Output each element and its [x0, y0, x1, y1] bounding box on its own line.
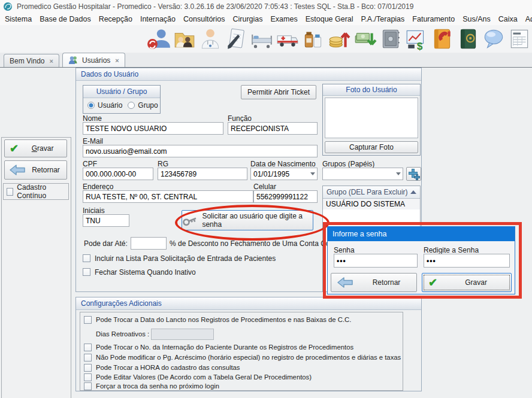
grupos-papeis-combo[interactable] [322, 168, 403, 180]
tab-bem-vindo[interactable]: Bem Vindo × [4, 54, 59, 67]
phone-book-icon[interactable] [430, 27, 454, 51]
nascimento-combo[interactable] [250, 168, 318, 180]
config-checkbox-1[interactable] [84, 344, 92, 351]
usuario-grupo-box: Usuário / Grupo Usuário Grupo [83, 85, 161, 114]
menu-consultorios[interactable]: Consultórios [180, 15, 228, 23]
menu-caixa[interactable]: Caixa [495, 15, 521, 23]
expense-down-icon[interactable] [353, 27, 377, 51]
endereco-label: Endereço [83, 183, 113, 191]
title-bar: Promedico Gestão Hospitalar - Promedico … [0, 0, 532, 13]
radio-grupo[interactable] [128, 102, 135, 109]
check-icon: ✔ [10, 143, 19, 154]
menu-exames[interactable]: Exames [268, 15, 301, 23]
desconto-prefix-label: Pode dar Até: [84, 239, 128, 248]
config-label-4: Pode Editar Valores (De Acordo com a Tab… [96, 373, 312, 381]
users-folder-icon[interactable] [173, 27, 197, 51]
desconto-suffix-label: % de Desconto no Fechamento de Uma Conta… [170, 239, 349, 248]
dias-retroativos-label: Dias Retroativos : [96, 330, 149, 338]
endereco-input[interactable] [83, 190, 253, 203]
nascimento-label: Data de Nascimento [250, 160, 316, 168]
tab-bem-vindo-close-icon[interactable]: × [49, 57, 53, 65]
config-label-2: Não Pode modificar o Pg. Acréscimo (horá… [96, 354, 401, 361]
cadastro-continuo-checkbox[interactable] [7, 188, 13, 196]
config-adicionais-group: Configurações Adicionais Pode Trocar a D… [75, 297, 422, 391]
nascimento-input[interactable] [250, 168, 318, 180]
menu-sistema[interactable]: Sistema [2, 15, 35, 23]
email-input[interactable] [83, 145, 318, 157]
menu-cirurgias[interactable]: Cirurgias [230, 15, 266, 23]
chevron-down-icon[interactable] [310, 172, 315, 175]
celular-input[interactable] [253, 190, 318, 203]
prescription-icon[interactable] [224, 27, 248, 51]
grupos-grid-header[interactable]: Grupo (DEL Para Excluir) [323, 186, 420, 199]
ambulance-icon[interactable] [276, 27, 300, 51]
tab-bem-vindo-label: Bem Vindo [10, 57, 44, 65]
iniciais-input[interactable] [83, 214, 129, 227]
svg-text:$: $ [417, 41, 423, 51]
capturar-foto-button[interactable]: Capturar Foto [325, 141, 418, 153]
radio-usuario-label: Usuário [98, 101, 122, 110]
tab-usuarios[interactable]: Usuários × [62, 53, 125, 67]
menu-base-de-dados[interactable]: Base de Dados [37, 15, 93, 23]
config-adicionais-header: Configurações Adicionais [76, 297, 421, 310]
retornar-button[interactable]: Retornar [4, 160, 67, 180]
cpf-label: CPF [83, 160, 97, 168]
menu-bar: Sistema Base de Dados Recepção Internaçã… [0, 13, 532, 25]
gravar-label: Gravar [19, 144, 66, 153]
fechar-sistema-checkbox[interactable] [83, 268, 90, 276]
config-panel: Pode Trocar a Data do Lancto nos Registr… [80, 312, 403, 391]
pharmacy-icon[interactable] [301, 27, 325, 51]
dados-usuario-header: Dados do Usuário [76, 68, 421, 81]
plus-icon [408, 168, 420, 180]
sort-asc-icon[interactable] [410, 190, 416, 194]
chevron-down-icon[interactable] [396, 172, 401, 175]
hospital-bed-icon[interactable] [250, 27, 274, 51]
grupo-row[interactable]: USUÁRIO DO SISTEMA [323, 199, 420, 209]
permitir-abrir-ticket-button[interactable]: Permitir Abrir Ticket [241, 85, 316, 99]
menu-administracao[interactable]: Administração [522, 15, 532, 23]
config-checkbox-4[interactable] [84, 373, 92, 381]
chat-icon[interactable] [482, 27, 506, 51]
toolbar: $ [0, 25, 532, 53]
tab-usuarios-close-icon[interactable]: × [115, 57, 119, 64]
photo-box [325, 98, 418, 138]
config-checkbox-0[interactable] [84, 316, 92, 324]
incluir-lista-checkbox[interactable] [83, 254, 90, 262]
menu-pa-terapias[interactable]: P.A./Terapias [358, 15, 408, 23]
user-refresh-icon[interactable] [147, 27, 171, 51]
funcao-input[interactable] [228, 122, 318, 135]
safe-icon[interactable] [379, 27, 403, 51]
cadastro-continuo-box[interactable]: Cadastro Contínuo [3, 183, 69, 200]
dias-retroativos-input [151, 329, 214, 340]
incluir-lista-label: Incluir na Lista Para Solicitação de Ent… [95, 254, 276, 263]
rg-input[interactable] [158, 168, 247, 180]
menu-sus-ans[interactable]: Sus/Ans [460, 15, 494, 23]
menu-estoque-geral[interactable]: Estoque Geral [303, 15, 356, 23]
tab-bar: Bem Vindo × Usuários × [0, 53, 532, 67]
config-label-5: Forçar a troca da senha no próximo login [96, 382, 219, 390]
cpf-input[interactable] [83, 168, 153, 180]
grupos-papeis-input[interactable] [322, 168, 403, 180]
report-icon[interactable] [507, 27, 531, 51]
window-title: Promedico Gestão Hospitalar - Promedico … [17, 2, 413, 11]
finance-chart-icon[interactable]: $ [404, 27, 428, 51]
desconto-input[interactable] [131, 237, 167, 250]
foto-usuario-header: Foto do Usuário [323, 84, 420, 96]
add-group-button[interactable] [406, 167, 421, 181]
nome-input[interactable] [83, 122, 223, 135]
menu-faturamento[interactable]: Faturamento [409, 15, 458, 23]
menu-recepcao[interactable]: Recepção [96, 15, 135, 23]
config-label-0: Pode Trocar a Data do Lancto nos Registr… [96, 316, 351, 323]
config-checkbox-5[interactable] [84, 382, 92, 390]
menu-internacao[interactable]: Internação [137, 15, 179, 23]
usuario-grupo-header: Usuário / Grupo [83, 86, 160, 98]
doctor-icon[interactable] [198, 27, 222, 51]
radio-usuario[interactable] [87, 102, 95, 109]
config-checkbox-3[interactable] [84, 364, 92, 372]
revenue-up-icon[interactable] [327, 27, 351, 51]
ledger-book-icon[interactable] [456, 27, 480, 51]
left-arrow-icon [10, 165, 25, 175]
capturar-foto-label: Capturar Foto [349, 143, 394, 151]
gravar-button[interactable]: ✔ Gravar [4, 139, 67, 157]
config-checkbox-2[interactable] [84, 354, 92, 361]
